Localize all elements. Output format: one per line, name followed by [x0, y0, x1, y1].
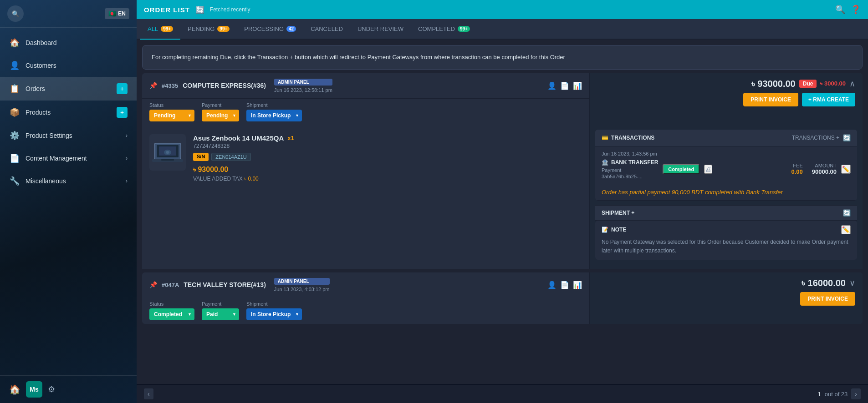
rma-create-button[interactable]: + RMA CREATE: [802, 93, 855, 106]
settings-icon[interactable]: ⚙: [48, 384, 55, 394]
note-title: 📝 NOTE: [602, 227, 626, 233]
fee-label: FEE: [791, 163, 802, 168]
status-select-2[interactable]: Completed Pending Processing Canceled: [149, 308, 194, 320]
sidebar-item-dashboard[interactable]: 🏠 Dashboard: [0, 31, 137, 54]
page-title: ORDER LIST: [144, 6, 190, 14]
home-icon[interactable]: 🏠: [9, 384, 20, 395]
tab-canceled[interactable]: CANCELED: [303, 19, 350, 39]
chevron-right-icon: ›: [126, 155, 128, 161]
status-label-2: Status: [149, 301, 194, 307]
status-select[interactable]: Pending Processing Completed Canceled: [149, 110, 194, 121]
page-header: ORDER LIST 🔄 Fetched recently 🔍 ❓: [137, 0, 868, 19]
prev-page-button[interactable]: ‹: [144, 388, 153, 399]
orders-icon: 📋: [9, 84, 20, 94]
chart-icon-button-2[interactable]: 📊: [573, 281, 582, 289]
print-transaction-button[interactable]: 🖨: [704, 165, 712, 174]
tab-processing-badge: 42: [286, 26, 296, 32]
search-header-button[interactable]: 🔍: [835, 5, 845, 15]
sidebar-item-label: Dashboard: [26, 39, 57, 46]
transactions-add-text[interactable]: TRANSACTIONS +: [792, 135, 839, 141]
payment-select-wrapper[interactable]: Pending Paid Due: [202, 110, 239, 121]
orders-add-button[interactable]: +: [117, 83, 128, 94]
tab-under-review[interactable]: UNDER REVIEW: [350, 19, 411, 39]
next-page-button[interactable]: ›: [851, 388, 861, 399]
collapse-button[interactable]: ∧: [849, 79, 855, 89]
product-name: Asus Zenbook 14 UM425QA: [193, 134, 284, 142]
order-header-1: 📌 #4335 COMPUTER EXPRESS(#36) ADMIN PANE…: [142, 73, 589, 99]
status-select-wrapper[interactable]: Pending Processing Completed Canceled: [149, 110, 194, 121]
shipment-refresh-icon[interactable]: 🔄: [843, 209, 851, 217]
transaction-row: 🏦 BANK TRANSFER Payment 3ab5a76b-9b25-..…: [602, 159, 851, 179]
order-total-amount: ৳ 93000.00: [751, 79, 796, 89]
transaction-status-button[interactable]: Completed: [663, 164, 700, 174]
customer-icon-button-2[interactable]: 👤: [547, 281, 557, 289]
shipment-select-wrapper[interactable]: In Store Pickup Shipped Delivered: [246, 110, 302, 121]
due-badge: Due: [799, 80, 817, 88]
tab-canceled-label: CANCELED: [311, 25, 343, 32]
document-icon-button-2[interactable]: 📄: [560, 281, 569, 289]
help-button[interactable]: ❓: [851, 5, 861, 15]
transaction-payment-label: Payment: [602, 167, 658, 173]
print-invoice-button-2[interactable]: PRINT INVOICE: [800, 292, 855, 306]
amount-value: 90000.00: [812, 168, 837, 175]
product-price: ৳ 93000.00: [193, 166, 582, 174]
shipment-select-2[interactable]: In Store Pickup Shipped Delivered: [246, 308, 302, 320]
sync-icon[interactable]: 🔄: [195, 5, 204, 14]
serial-number-badge: S/N: [193, 153, 209, 161]
shipment-select-wrapper-2[interactable]: In Store Pickup Shipped Delivered: [246, 308, 302, 320]
shipment-select[interactable]: In Store Pickup Shipped Delivered: [246, 110, 302, 121]
order-meta-1: Status Pending Processing Completed Canc…: [142, 99, 589, 125]
sidebar-item-products[interactable]: 📦 Products +: [0, 101, 137, 124]
tab-all-label: ALL: [148, 25, 158, 32]
print-invoice-button[interactable]: PRINT INVOICE: [743, 93, 798, 106]
product-row: Asus Zenbook 14 UM425QA x1 727247248328 …: [142, 125, 589, 191]
fee-value: 0.00: [791, 168, 802, 175]
document-icon-button[interactable]: 📄: [560, 81, 569, 90]
payment-select-2[interactable]: Paid Pending Due: [202, 308, 239, 320]
tab-pending-label: PENDING: [188, 25, 214, 32]
language-selector[interactable]: 🇧🇩 EN: [105, 8, 129, 19]
transaction-payment-id: 3ab5a76b-9b25-...: [602, 174, 658, 179]
payment-select-wrapper-2[interactable]: Paid Pending Due: [202, 308, 239, 320]
tab-completed[interactable]: COMPLETED 99+: [411, 19, 477, 39]
search-button[interactable]: 🔍: [7, 5, 24, 22]
product-code-badge: ZEN014AZ1U: [211, 153, 250, 161]
order-source-badge: ADMIN PANEL: [274, 79, 332, 86]
chart-icon-button[interactable]: 📊: [573, 81, 582, 90]
product-qty: x1: [287, 135, 294, 141]
content-icon: 📄: [9, 153, 20, 163]
note-edit-button[interactable]: ✏️: [841, 225, 851, 234]
customer-icon-button[interactable]: 👤: [547, 81, 557, 90]
sidebar-item-label: Miscellaneous: [26, 177, 66, 185]
sidebar-item-customers[interactable]: 👤 Customers: [0, 54, 137, 77]
sidebar-item-label: Customers: [26, 62, 56, 69]
order-id: #4335: [162, 82, 178, 89]
order2-total-amount: ৳ 16000.00: [802, 278, 846, 288]
order-header-2: 📌 #047A TECH VALLEY STORE(#13) ADMIN PAN…: [142, 272, 589, 297]
edit-transaction-button[interactable]: ✏️: [841, 165, 851, 174]
expand-button-2[interactable]: ∨: [849, 278, 855, 288]
customers-icon: 👤: [9, 60, 20, 71]
sidebar-item-orders[interactable]: 📋 Orders +: [0, 77, 137, 101]
sidebar-nav: 🏠 Dashboard 👤 Customers 📋 Orders + 📦 Pro…: [0, 28, 137, 375]
order-meta-2: Status Completed Pending Processing Canc…: [142, 297, 589, 324]
sidebar-item-product-settings[interactable]: ⚙️ Product Settings ›: [0, 124, 137, 147]
products-add-button[interactable]: +: [117, 107, 128, 118]
sidebar-item-label: Products: [26, 109, 51, 116]
tab-completed-badge: 99+: [458, 26, 470, 32]
payment-select[interactable]: Pending Paid Due: [202, 110, 239, 121]
misc-icon: 🔧: [9, 176, 20, 186]
tab-all[interactable]: ALL 99+: [140, 19, 180, 40]
payment-label-2: Payment: [202, 301, 239, 307]
status-select-wrapper-2[interactable]: Completed Pending Processing Canceled: [149, 308, 194, 320]
sidebar-item-miscellaneous[interactable]: 🔧 Miscellaneous ›: [0, 170, 137, 192]
chevron-right-icon: ›: [126, 132, 128, 139]
tab-pending[interactable]: PENDING 99+: [180, 19, 237, 39]
tab-processing[interactable]: PROCESSING 42: [237, 19, 303, 39]
product-info: Asus Zenbook 14 UM425QA x1 727247248328 …: [193, 134, 582, 182]
sidebar-footer: 🏠 Ms ⚙: [0, 375, 137, 403]
sidebar-item-content-management[interactable]: 📄 Content Management ›: [0, 147, 137, 170]
order-product-section: Asus Zenbook 14 UM425QA x1 727247248328 …: [142, 125, 589, 269]
avatar[interactable]: Ms: [26, 381, 42, 398]
refresh-icon[interactable]: 🔄: [843, 134, 851, 141]
